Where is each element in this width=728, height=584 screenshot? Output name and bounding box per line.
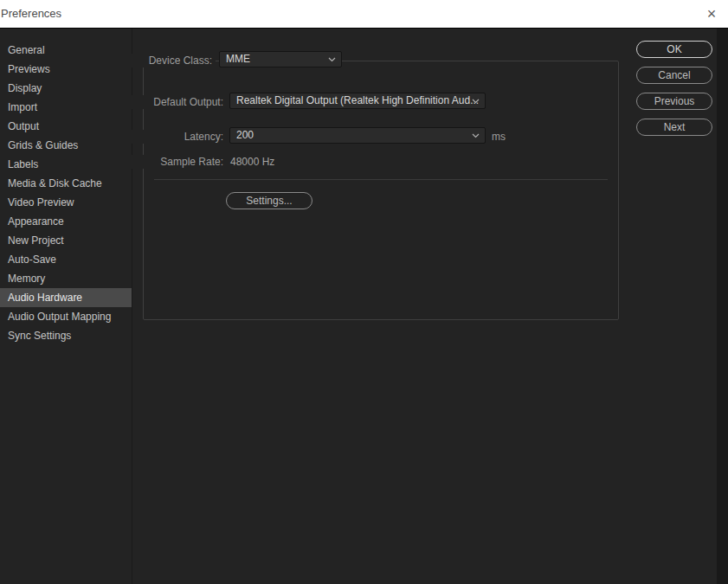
latency-label: Latency: <box>83 130 227 144</box>
sidebar-item-audio-output-mapping[interactable]: Audio Output Mapping <box>0 307 132 326</box>
chevron-down-icon <box>472 133 480 138</box>
latency-dropdown[interactable]: 200 <box>229 127 486 144</box>
preferences-dialog-body: General Previews Display Import Output G… <box>0 29 728 584</box>
sidebar-item-new-project[interactable]: New Project <box>0 231 132 250</box>
latency-value: 200 <box>236 129 254 141</box>
close-button[interactable]: × <box>700 0 723 28</box>
device-class-label: Device Class: <box>83 54 216 67</box>
chevron-down-icon <box>328 57 336 62</box>
latency-unit-label: ms <box>492 130 506 144</box>
default-output-value: Realtek Digital Output (Realtek High Def… <box>236 94 479 106</box>
sidebar-item-sync-settings[interactable]: Sync Settings <box>0 326 132 345</box>
sample-rate-label: Sample Rate: <box>83 155 227 169</box>
device-class-dropdown[interactable]: MME <box>219 51 342 67</box>
ok-button[interactable]: OK <box>636 41 712 58</box>
sample-rate-value: 48000 Hz <box>230 155 274 169</box>
previous-button[interactable]: Previous <box>636 93 712 110</box>
window-titlebar: Preferences × <box>0 0 728 29</box>
window-title: Preferences <box>1 0 61 28</box>
screen-background-edge <box>717 29 728 584</box>
default-output-label: Default Output: <box>83 95 227 109</box>
chevron-down-icon <box>472 99 480 104</box>
sidebar-item-memory[interactable]: Memory <box>0 269 132 288</box>
group-divider <box>154 179 608 180</box>
settings-button[interactable]: Settings... <box>226 192 312 209</box>
sidebar-item-audio-hardware[interactable]: Audio Hardware <box>0 288 132 307</box>
close-icon: × <box>707 5 717 22</box>
next-button[interactable]: Next <box>636 119 712 136</box>
sidebar-item-media-disk-cache[interactable]: Media & Disk Cache <box>0 174 132 193</box>
sidebar-item-appearance[interactable]: Appearance <box>0 212 132 231</box>
default-output-dropdown[interactable]: Realtek Digital Output (Realtek High Def… <box>229 93 486 109</box>
cancel-button[interactable]: Cancel <box>636 67 712 84</box>
sidebar-item-video-preview[interactable]: Video Preview <box>0 193 132 212</box>
device-class-value: MME <box>226 53 250 65</box>
preferences-sidebar: General Previews Display Import Output G… <box>0 29 132 584</box>
sidebar-item-auto-save[interactable]: Auto-Save <box>0 250 132 269</box>
